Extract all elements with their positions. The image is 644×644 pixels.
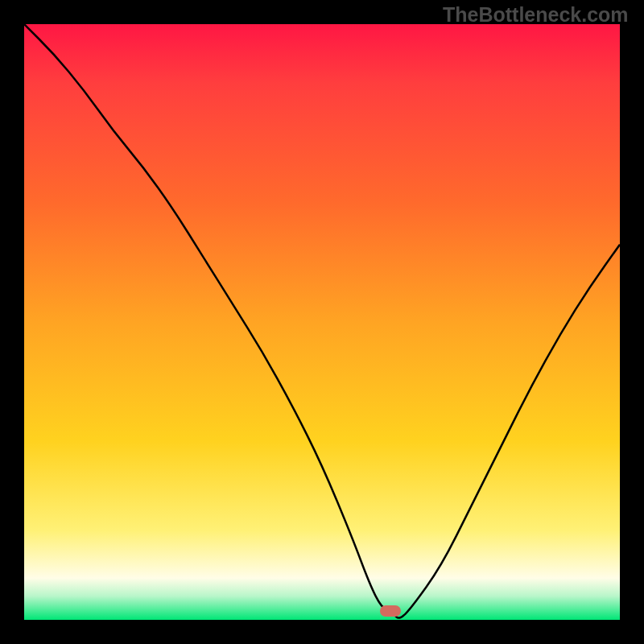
bottleneck-curve — [24, 24, 620, 620]
attribution-text: TheBottleneck.com — [443, 3, 629, 27]
chart-frame: TheBottleneck.com — [0, 0, 644, 644]
curve-path — [24, 24, 620, 618]
optimal-marker — [380, 605, 401, 617]
plot-area — [24, 24, 620, 620]
